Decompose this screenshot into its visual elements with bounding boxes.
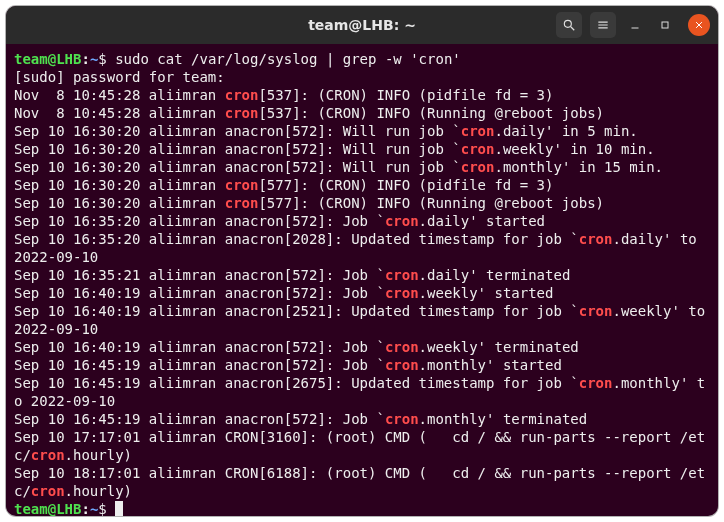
log-line: Sep 10 16:35:20 aliimran anacron[572]: J… <box>14 213 545 229</box>
grep-highlight: cron <box>385 411 419 427</box>
grep-highlight: cron <box>579 231 613 247</box>
prompt-dollar: $ <box>98 51 115 67</box>
titlebar: team@LHB: ~ <box>6 6 718 44</box>
prompt-dollar: $ <box>98 501 115 516</box>
log-line: Nov 8 10:45:28 aliimran cron[537]: (CRON… <box>14 105 604 121</box>
svg-point-0 <box>564 20 571 27</box>
grep-highlight: cron <box>225 105 259 121</box>
grep-highlight: cron <box>385 267 419 283</box>
close-button[interactable] <box>688 14 710 36</box>
grep-highlight: cron <box>225 87 259 103</box>
log-line: Sep 10 16:45:19 aliimran anacron[2675]: … <box>14 375 705 409</box>
menu-button[interactable] <box>590 12 616 38</box>
command-text: sudo cat /var/log/syslog | grep -w 'cron… <box>115 51 461 67</box>
grep-highlight: cron <box>579 375 613 391</box>
minimize-icon <box>629 19 641 31</box>
svg-line-1 <box>571 27 575 31</box>
terminal-output[interactable]: team@LHB:~$ sudo cat /var/log/syslog | g… <box>6 44 718 516</box>
prompt-colon: : <box>81 501 89 516</box>
grep-highlight: cron <box>385 357 419 373</box>
log-line: [sudo] password for team: <box>14 69 225 85</box>
log-line: Sep 10 16:30:20 aliimran anacron[572]: W… <box>14 141 655 157</box>
log-line: Sep 10 16:45:19 aliimran anacron[572]: J… <box>14 357 562 373</box>
log-line: Sep 10 16:30:20 aliimran cron[577]: (CRO… <box>14 177 553 193</box>
prompt-user: team@LHB <box>14 501 81 516</box>
grep-highlight: cron <box>31 483 65 499</box>
log-line: Sep 10 16:30:20 aliimran cron[577]: (CRO… <box>14 195 604 211</box>
grep-highlight: cron <box>579 303 613 319</box>
log-line: Nov 8 10:45:28 aliimran cron[537]: (CRON… <box>14 87 553 103</box>
search-icon <box>562 18 576 32</box>
log-line: Sep 10 18:17:01 aliimran CRON[6188]: (ro… <box>14 465 705 499</box>
grep-highlight: cron <box>385 213 419 229</box>
grep-highlight: cron <box>225 195 259 211</box>
log-line: Sep 10 16:40:19 aliimran anacron[2521]: … <box>14 303 714 337</box>
grep-highlight: cron <box>225 177 259 193</box>
log-line: Sep 10 17:17:01 aliimran CRON[3160]: (ro… <box>14 429 705 463</box>
log-line: Sep 10 16:30:20 aliimran anacron[572]: W… <box>14 123 638 139</box>
log-line: Sep 10 16:30:20 aliimran anacron[572]: W… <box>14 159 663 175</box>
close-icon <box>694 20 704 30</box>
grep-highlight: cron <box>461 141 495 157</box>
log-line: Sep 10 16:35:20 aliimran anacron[2028]: … <box>14 231 705 265</box>
maximize-button[interactable] <box>654 14 676 36</box>
grep-highlight: cron <box>31 447 65 463</box>
terminal-window: team@LHB: ~ team@LHB:~$ sudo cat /var/lo… <box>6 6 718 516</box>
grep-highlight: cron <box>385 339 419 355</box>
prompt-user: team@LHB <box>14 51 81 67</box>
svg-rect-6 <box>662 22 668 28</box>
hamburger-icon <box>596 18 610 32</box>
grep-highlight: cron <box>461 123 495 139</box>
window-title: team@LHB: ~ <box>308 17 416 33</box>
log-line: Sep 10 16:45:19 aliimran anacron[572]: J… <box>14 411 587 427</box>
minimize-button[interactable] <box>624 14 646 36</box>
prompt-colon: : <box>81 51 89 67</box>
cursor <box>115 501 123 516</box>
log-line: Sep 10 16:35:21 aliimran anacron[572]: J… <box>14 267 570 283</box>
grep-highlight: cron <box>461 159 495 175</box>
log-line: Sep 10 16:40:19 aliimran anacron[572]: J… <box>14 339 579 355</box>
log-line: Sep 10 16:40:19 aliimran anacron[572]: J… <box>14 285 553 301</box>
maximize-icon <box>659 19 671 31</box>
grep-highlight: cron <box>385 285 419 301</box>
search-button[interactable] <box>556 12 582 38</box>
